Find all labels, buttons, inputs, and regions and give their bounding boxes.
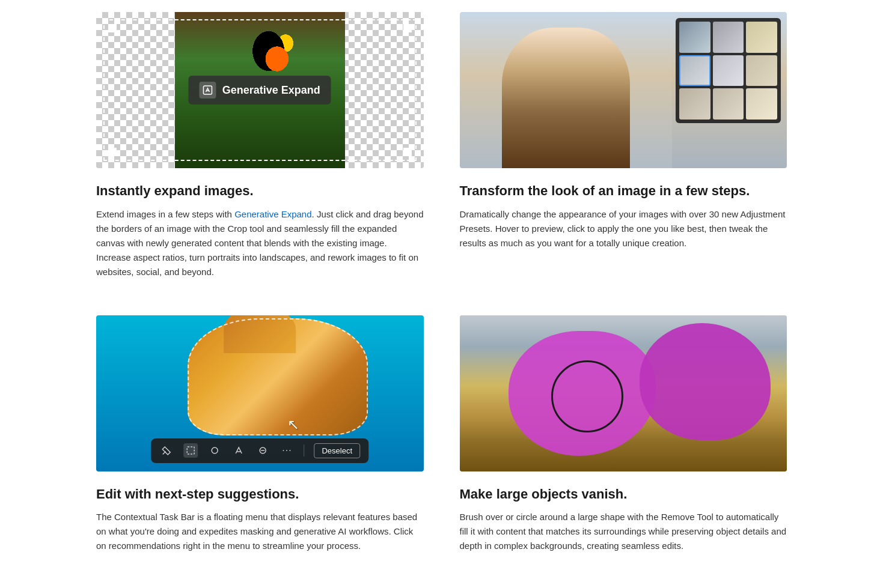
preset-thumb-2[interactable]	[713, 22, 744, 53]
contextual-toolbar: ··· Deselect	[151, 438, 368, 463]
generative-expand-link[interactable]: Generative Expand	[234, 209, 311, 219]
feature-title-contextual-taskbar: Edit with next-step suggestions.	[96, 486, 424, 503]
svg-point-3	[212, 447, 218, 453]
preset-thumb-6[interactable]	[746, 55, 777, 86]
feature-image-contextual: ↖	[96, 315, 424, 471]
feature-title-generative-expand: Instantly expand images.	[96, 183, 424, 200]
toolbar-circle-icon[interactable]	[207, 443, 222, 458]
preset-thumb-8[interactable]	[713, 88, 744, 120]
preset-thumb-1[interactable]	[679, 22, 710, 53]
presets-panel	[676, 18, 781, 123]
svg-rect-0	[204, 86, 212, 94]
toolbar-subtract-icon[interactable]	[255, 443, 270, 458]
toolbar-brush-icon[interactable]	[159, 443, 174, 458]
page-container: Generative Expand Instantly expand image…	[0, 0, 883, 565]
preset-thumb-4[interactable]	[679, 55, 710, 86]
deselect-button[interactable]: Deselect	[314, 443, 360, 458]
feature-image-remove-tool	[460, 315, 787, 471]
cursor-arrow-icon: ↖	[287, 414, 299, 435]
toolbar-divider	[304, 444, 304, 456]
badge-label: Generative Expand	[222, 82, 320, 99]
feature-card-generative-expand: Generative Expand Instantly expand image…	[96, 12, 424, 279]
feature-image-transform	[460, 12, 787, 168]
feature-desc-transform-look: Dramatically change the appearance of yo…	[460, 207, 787, 250]
preset-thumb-5[interactable]	[713, 55, 744, 86]
toolbar-selection-icon[interactable]	[183, 443, 198, 458]
preset-thumb-7[interactable]	[679, 88, 710, 120]
badge-icon	[200, 82, 216, 99]
feature-desc-contextual-taskbar: The Contextual Task Bar is a floating me…	[96, 510, 424, 553]
feature-title-transform-look: Transform the look of an image in a few …	[460, 183, 787, 200]
preset-thumb-9[interactable]	[746, 88, 777, 120]
svg-rect-2	[187, 447, 194, 454]
toolbar-more-icon[interactable]: ···	[280, 443, 294, 458]
feature-image-generative-expand: Generative Expand	[96, 12, 424, 168]
feature-card-transform-look: Transform the look of an image in a few …	[460, 12, 787, 279]
features-grid: Generative Expand Instantly expand image…	[96, 12, 787, 553]
remove-tool-circle	[551, 360, 623, 432]
feature-title-remove-tool: Make large objects vanish.	[460, 486, 787, 503]
feature-desc-remove-tool: Brush over or circle around a large shap…	[460, 510, 787, 553]
woman-photo	[460, 12, 673, 168]
feature-card-remove-tool: Make large objects vanish. Brush over or…	[460, 315, 787, 554]
generative-expand-badge: Generative Expand	[189, 76, 331, 105]
selection-dashes	[188, 318, 367, 435]
toolbar-paint-icon[interactable]	[231, 443, 246, 458]
corgi-shape	[188, 318, 367, 435]
preset-thumb-3[interactable]	[746, 22, 777, 53]
feature-desc-generative-expand: Extend images in a few steps with Genera…	[96, 207, 424, 279]
feature-card-contextual-taskbar: ↖	[96, 315, 424, 554]
